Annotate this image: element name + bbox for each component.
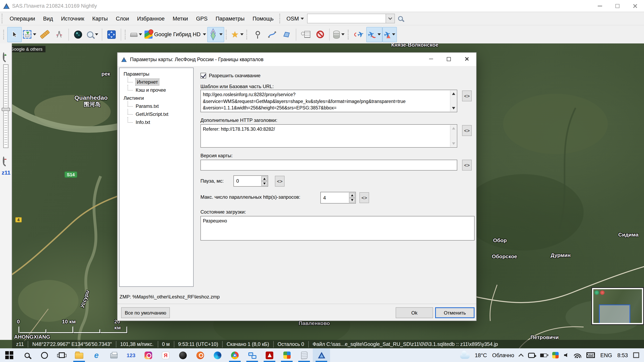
scroll-down-icon[interactable] [450,105,457,111]
pause-spinner[interactable] [234,175,268,187]
http-headers-value[interactable]: Referer: http://178.176.30.40:8282/ [203,126,448,132]
hidden-icons-chevron[interactable] [518,353,524,359]
minimap-zoom-out-icon[interactable] [600,290,604,295]
delete-tiles-button[interactable]: ✈ [382,27,397,42]
window-close-button[interactable] [626,0,644,12]
weather-cloud-icon[interactable] [460,353,470,359]
dialog-close-button[interactable] [458,53,475,65]
menu-source[interactable]: Источник [57,14,88,23]
speaker-icon[interactable] [564,353,567,357]
wifi-icon[interactable] [574,353,582,358]
scroll-up-icon[interactable] [450,125,457,131]
toolbar-gripper[interactable] [246,29,249,39]
cortana-button[interactable] [36,348,53,362]
notes-app-button[interactable] [296,348,313,362]
tree-item-cache[interactable]: Кэш и прочее [122,86,193,94]
zoom-slider-track[interactable] [3,64,8,148]
map-type-button[interactable]: Google Гибрид HD [143,27,208,42]
chrome-button[interactable] [226,348,244,362]
max-requests-script-button[interactable]: <> [360,192,369,203]
sas-planet-taskbar-button[interactable] [313,348,330,362]
chevron-down-icon[interactable] [378,33,381,35]
toolbar-gripper[interactable] [2,14,4,23]
selection-download-button[interactable] [22,27,38,42]
allow-download-checkbox[interactable] [200,73,206,78]
ok-button[interactable]: Ok [396,307,433,318]
search-icon[interactable] [398,16,403,21]
odnoklassniki-button[interactable] [192,348,209,362]
tree-item-params-txt[interactable]: Params.txt [122,103,193,110]
zoom-slider-handle[interactable] [2,108,10,111]
menu-view[interactable]: Вид [39,14,57,23]
weather-text[interactable]: Облачно [492,352,514,358]
menu-operations[interactable]: Операции [6,14,39,23]
chevron-down-icon[interactable] [220,33,223,35]
notification-center-icon[interactable] [633,352,639,358]
max-requests-spinner[interactable] [320,192,356,204]
search-provider-dropdown[interactable]: OSM [283,14,307,23]
geo-search-input[interactable] [308,14,386,23]
chevron-down-icon[interactable] [95,33,98,35]
chevron-down-icon[interactable] [392,33,395,35]
pan-tool-button[interactable] [7,27,22,42]
task-view-button[interactable] [53,348,70,362]
map-canvas[interactable]: © Google & others рек Quanhedao 围河岛 S14 … [0,43,644,348]
gps-device-button[interactable] [129,27,143,42]
download-manager-button[interactable]: ✈ [366,27,382,42]
acrobat-button[interactable] [261,348,278,362]
tree-item-info-txt[interactable]: Info.txt [122,119,193,126]
cancel-button[interactable]: Отменить [435,307,474,318]
keyboard-icon[interactable] [587,352,595,358]
add-path-button[interactable] [265,27,279,42]
max-requests-input[interactable] [322,193,348,202]
scroll-up-icon[interactable] [450,90,457,97]
toolbar-gripper[interactable] [3,29,6,39]
window-minimize-button[interactable] [591,0,608,12]
tree-group-parameters[interactable]: Параметры [122,70,193,78]
map-version-field[interactable] [200,160,457,171]
spin-up-icon[interactable] [261,176,267,181]
file-explorer-button[interactable] [70,348,88,362]
battery-icon[interactable] [540,353,547,357]
yandex-button[interactable]: Я [157,348,174,362]
window-maximize-button[interactable] [608,0,626,12]
download-state-button[interactable]: ✈ [352,27,366,42]
dark-app-button[interactable] [174,348,192,362]
menu-gps[interactable]: GPS [192,14,212,23]
taskbar-search-button[interactable] [18,348,36,362]
scanner-app-button[interactable] [105,348,122,362]
pause-input[interactable] [236,177,260,185]
globe-view-button[interactable] [71,27,85,42]
toolbar-gripper[interactable] [348,29,350,39]
scroll-down-icon[interactable] [450,140,457,147]
chevron-down-icon[interactable] [33,33,36,35]
add-polygon-button[interactable] [279,27,294,42]
chevron-down-icon[interactable] [139,33,142,35]
add-placemark-button[interactable] [250,27,265,42]
toolbar-gripper[interactable] [279,14,282,23]
edge-button[interactable] [209,348,226,362]
layers-button[interactable] [208,27,224,42]
favorites-button[interactable]: ★ [230,27,245,42]
headers-script-button[interactable]: <> [462,125,472,136]
meet-now-icon[interactable] [528,353,535,358]
calculator-app-button[interactable]: 123 [122,348,140,362]
defaults-button[interactable]: Все по умолчанию [121,307,170,318]
dialog-maximize-button[interactable] [440,53,458,65]
internet-explorer-button[interactable]: e [88,348,105,362]
dialog-minimize-button[interactable] [422,53,440,65]
url-template-value[interactable]: http://geo.roslesinforg.ru:8282/proxy/se… [203,91,448,111]
geo-search-combobox[interactable] [307,14,395,23]
download-state-field[interactable]: Разрешено [200,216,474,241]
chevron-down-icon[interactable] [240,33,244,35]
menu-settings[interactable]: Параметры [212,14,248,23]
remote-network-button[interactable] [244,348,261,362]
minimap-zoom-in-icon[interactable] [594,290,599,295]
zoom-tool-button[interactable] [85,27,100,42]
hide-placemarks-button[interactable] [313,27,327,42]
url-template-field[interactable]: http://geo.roslesinforg.ru:8282/proxy/se… [200,90,457,112]
instagram-button[interactable] [140,348,157,362]
menu-maps[interactable]: Карты [88,14,112,23]
tiles-app-button[interactable] [278,348,296,362]
menu-favorites[interactable]: Избранное [133,14,169,23]
